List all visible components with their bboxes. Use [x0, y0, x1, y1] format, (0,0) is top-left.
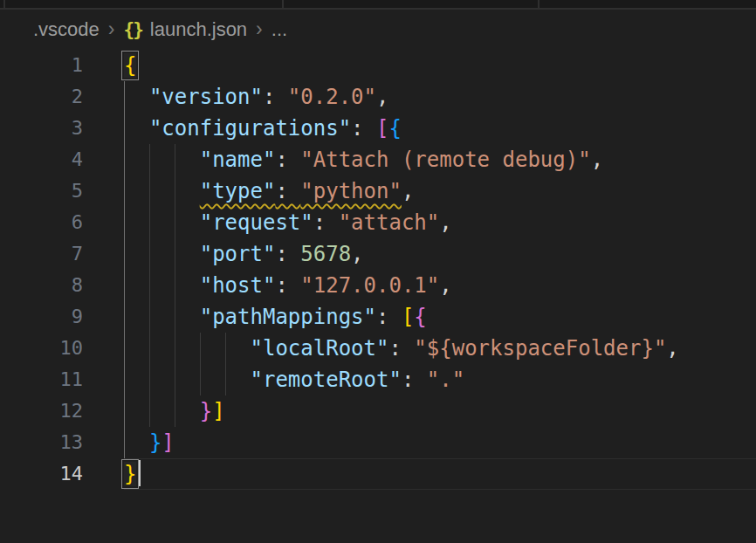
line-number[interactable]: 7	[0, 238, 124, 270]
code-token: {	[414, 305, 426, 329]
code-token: "python"	[300, 179, 402, 203]
indent-guide	[149, 207, 150, 238]
line-number[interactable]: 3	[0, 113, 124, 144]
code-line[interactable]: 6 "request": "attach",	[0, 207, 756, 238]
code-token: :	[263, 85, 288, 109]
breadcrumb-folder[interactable]: .vscode	[33, 18, 100, 41]
line-number[interactable]: 9	[0, 301, 124, 333]
text-cursor	[139, 460, 141, 486]
code-token: :	[402, 368, 427, 392]
code-line[interactable]: 9 "pathMappings": [{	[0, 301, 756, 333]
code-token: ]	[162, 430, 174, 455]
code-text: "type": "python",	[124, 175, 756, 207]
indent-guide	[124, 301, 125, 333]
indent-guide	[175, 238, 175, 270]
line-number[interactable]: 6	[0, 207, 124, 238]
bracket-match-highlight: }	[124, 462, 136, 486]
indent-guide	[149, 270, 150, 301]
code-token: "127.0.0.1"	[300, 273, 439, 298]
code-token: :	[275, 148, 300, 172]
bracket-match-highlight: {	[124, 53, 136, 78]
code-token: "version"	[149, 85, 263, 109]
code-line[interactable]: 12 }]	[0, 395, 756, 427]
code-token: :	[275, 273, 300, 298]
indent-guide	[124, 364, 125, 395]
indent-guide	[124, 333, 125, 364]
line-number[interactable]: 12	[0, 395, 124, 427]
indent-guide	[149, 175, 150, 207]
code-line[interactable]: 10 "localRoot": "${workspaceFolder}",	[0, 333, 756, 364]
indent-guide	[124, 113, 125, 144]
code-token: :	[275, 179, 300, 203]
indent-guide	[225, 333, 226, 364]
code-token: ]	[212, 399, 224, 423]
chevron-right-icon: ›	[256, 17, 263, 41]
line-number[interactable]: 2	[0, 81, 124, 113]
line-number[interactable]: 8	[0, 270, 124, 301]
code-token: ,	[402, 179, 414, 203]
code-token: "."	[427, 368, 464, 392]
code-line[interactable]: 2 "version": "0.2.0",	[0, 81, 756, 113]
line-number[interactable]: 10	[0, 333, 124, 364]
code-token: "attach"	[339, 210, 440, 235]
code-token: "pathMappings"	[200, 305, 376, 329]
code-line[interactable]: 3 "configurations": [{	[0, 113, 756, 144]
indent-guide	[124, 238, 125, 270]
code-text: }]	[124, 427, 756, 458]
line-number[interactable]: 4	[0, 144, 124, 175]
code-token: "request"	[200, 210, 313, 235]
indent-guide	[149, 144, 150, 175]
line-number[interactable]: 14	[0, 458, 124, 490]
vscode-editor-window: .vscode › {} launch.json › ... 1{2 "vers…	[0, 0, 756, 543]
indent-guide	[124, 427, 125, 458]
code-token: "Attach (remote debug)"	[300, 148, 590, 172]
code-line[interactable]: 5 "type": "python",	[0, 175, 756, 207]
code-line[interactable]: 14}	[0, 458, 756, 490]
code-text: "port": 5678,	[124, 238, 756, 270]
line-number[interactable]: 5	[0, 175, 124, 207]
indent-guide	[149, 395, 150, 427]
code-token: :	[376, 305, 402, 329]
code-token: ,	[376, 85, 388, 109]
code-text: {	[124, 50, 756, 81]
indent-guide	[175, 175, 175, 207]
code-token: "host"	[200, 273, 276, 298]
code-line[interactable]: 7 "port": 5678,	[0, 238, 756, 270]
line-number[interactable]: 1	[0, 50, 124, 81]
json-file-icon: {}	[124, 19, 142, 40]
code-line[interactable]: 1{	[0, 50, 756, 81]
code-line[interactable]: 4 "name": "Attach (remote debug)",	[0, 144, 756, 175]
breadcrumb: .vscode › {} launch.json › ...	[0, 10, 756, 50]
line-number[interactable]: 11	[0, 364, 124, 395]
code-token: }	[200, 399, 212, 423]
code-text: "configurations": [{	[124, 113, 756, 144]
tab-divider	[538, 0, 540, 8]
code-text: }	[124, 458, 756, 490]
indent-guide	[124, 395, 125, 427]
indent-guide	[175, 207, 175, 238]
code-token: "localRoot"	[251, 336, 389, 361]
indent-guide	[175, 395, 175, 427]
breadcrumb-file[interactable]: launch.json	[150, 18, 247, 41]
indent-guide	[124, 144, 125, 175]
code-line[interactable]: 11 "remoteRoot": "."	[0, 364, 756, 395]
code-token: "port"	[200, 242, 276, 266]
code-line[interactable]: 13 }]	[0, 427, 756, 458]
indent-guide	[124, 175, 125, 207]
code-token: "0.2.0"	[288, 85, 376, 109]
code-line[interactable]: 8 "host": "127.0.0.1",	[0, 270, 756, 301]
line-number[interactable]: 13	[0, 427, 124, 458]
breadcrumb-symbol[interactable]: ...	[271, 18, 287, 41]
code-token: [	[376, 116, 388, 141]
code-token: ,	[439, 273, 451, 298]
indent-guide	[175, 301, 175, 333]
chevron-right-icon: ›	[108, 17, 115, 41]
code-editor[interactable]: 1{2 "version": "0.2.0",3 "configurations…	[0, 50, 756, 490]
indent-guide	[175, 333, 175, 364]
code-text: "request": "attach",	[124, 207, 756, 238]
code-text: "version": "0.2.0",	[124, 81, 756, 113]
code-text: "pathMappings": [{	[124, 301, 756, 333]
indent-guide	[124, 81, 125, 113]
code-token: :	[388, 336, 414, 361]
tab-bar-edge	[0, 0, 756, 10]
